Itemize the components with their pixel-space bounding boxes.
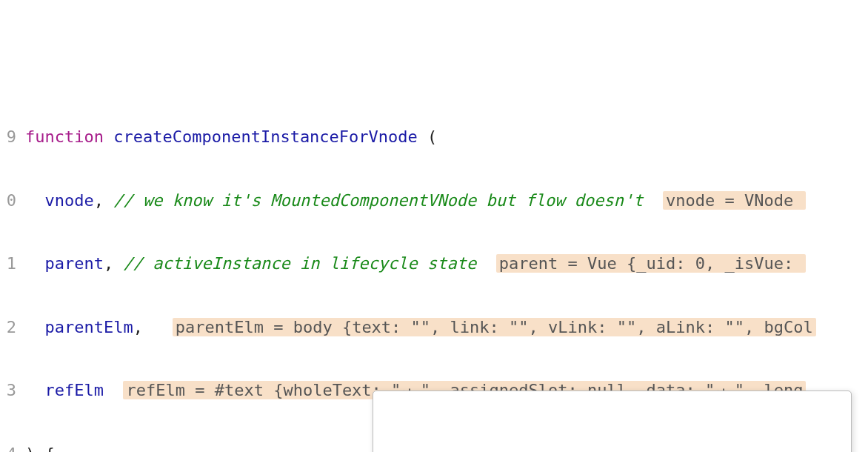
code-area[interactable]: function createComponentInstanceForVnode… — [21, 84, 868, 452]
line-number: 0 — [0, 190, 16, 212]
line-number: 2 — [0, 317, 16, 339]
code-line[interactable]: function createComponentInstanceForVnode… — [21, 127, 868, 148]
code-line[interactable]: vnode, // we know it's MountedComponentV… — [21, 190, 868, 212]
inline-value-hint: parentElm = body {text: "", link: "", vL… — [173, 318, 816, 336]
code-editor: 9 0 1 2 3 4 ▶5 6 7 8 9 0 1 2 3 4 5 6 7 ▶… — [0, 84, 868, 452]
code-line[interactable]: parent, // activeInstance in lifecycle s… — [21, 253, 868, 275]
line-number: 9 — [0, 127, 16, 148]
line-number: 1 — [0, 253, 16, 275]
line-number: 4 — [0, 444, 16, 453]
hover-tooltip: VueComponentvue.runtime.esm.js?ff9b:4797… — [373, 390, 852, 452]
line-number-gutter: 9 0 1 2 3 4 ▶5 6 7 8 9 0 1 2 3 4 5 6 7 ▶… — [0, 84, 21, 452]
inline-value-hint: parent = Vue {_uid: 0, _isVue: — [496, 254, 807, 273]
code-line[interactable]: parentElm, parentElm = body {text: "", l… — [21, 317, 868, 339]
line-number: 3 — [0, 380, 16, 402]
inline-value-hint: vnode = VNode — [663, 191, 806, 210]
